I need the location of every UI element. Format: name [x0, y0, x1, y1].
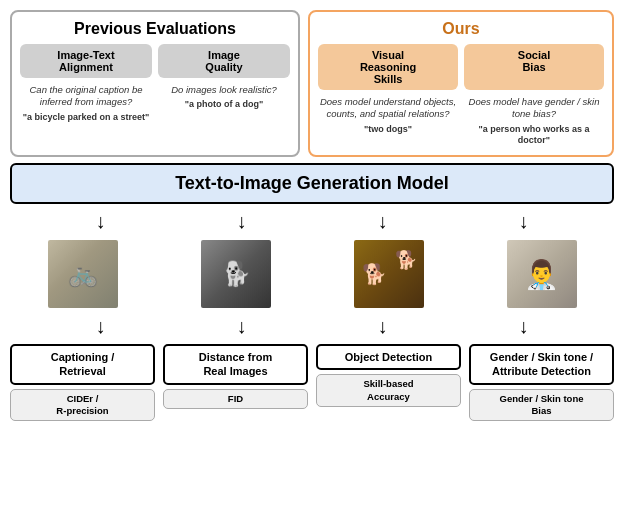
metric-col-4: Gender / Skin tone / Attribute Detection…	[469, 344, 614, 421]
badge-image-text-align: Image-Text Alignment	[20, 44, 152, 78]
arrow-6: ↓	[237, 315, 247, 338]
prev-eval-desc-2: Do images look realistic? "a photo of a …	[158, 84, 290, 123]
prev-eval-box: Previous Evaluations Image-Text Alignmen…	[10, 10, 300, 157]
arrows-row-1: ↓ ↓ ↓ ↓	[10, 210, 614, 233]
ours-desc-1: Does model understand objects, counts, a…	[318, 96, 458, 147]
prev-eval-desc-1: Can the original caption be inferred fro…	[20, 84, 152, 123]
sub-badge-4: Gender / Skin tone Bias	[469, 389, 614, 422]
metric-col-2: Distance from Real Images FID	[163, 344, 308, 421]
image-doctor	[507, 240, 577, 308]
ours-ex1: "two dogs"	[318, 124, 458, 136]
arrow-7: ↓	[378, 315, 388, 338]
arrow-5: ↓	[96, 315, 106, 338]
badge-image-quality: Image Quality	[158, 44, 290, 78]
main-container: Previous Evaluations Image-Text Alignmen…	[0, 0, 624, 514]
ours-badges: Visual Reasoning Skills Social Bias	[318, 44, 604, 90]
prev-eval-q1: Can the original caption be inferred fro…	[20, 84, 152, 109]
sub-badge-2: FID	[163, 389, 308, 409]
metric-badge-2: Distance from Real Images	[163, 344, 308, 385]
prev-eval-q2: Do images look realistic?	[158, 84, 290, 96]
prev-eval-ex1: "a bicycle parked on a street"	[20, 112, 152, 124]
ours-desc-2: Does model have gender / skin tone bias?…	[464, 96, 604, 147]
ours-descs: Does model understand objects, counts, a…	[318, 96, 604, 147]
ours-box: Ours Visual Reasoning Skills Social Bias…	[308, 10, 614, 157]
img-slot-3	[316, 239, 461, 309]
prev-eval-descs: Can the original caption be inferred fro…	[20, 84, 290, 123]
arrow-3: ↓	[378, 210, 388, 233]
metric-col-1: Captioning / Retrieval CIDEr / R-precisi…	[10, 344, 155, 421]
top-section: Previous Evaluations Image-Text Alignmen…	[10, 10, 614, 157]
badge-social-bias: Social Bias	[464, 44, 604, 90]
metric-badge-3: Object Detection	[316, 344, 461, 370]
img-slot-2	[163, 239, 308, 309]
arrow-1: ↓	[96, 210, 106, 233]
metric-badge-1: Captioning / Retrieval	[10, 344, 155, 385]
image-two-dogs	[354, 240, 424, 308]
t2i-box: Text-to-Image Generation Model	[10, 163, 614, 204]
prev-eval-badges: Image-Text Alignment Image Quality	[20, 44, 290, 78]
prev-eval-ex2: "a photo of a dog"	[158, 99, 290, 111]
image-dog-bw	[201, 240, 271, 308]
bottom-labels-row: Captioning / Retrieval CIDEr / R-precisi…	[10, 344, 614, 421]
img-slot-1	[10, 239, 155, 309]
ours-ex2: "a person who works as a doctor"	[464, 124, 604, 147]
badge-visual-reasoning: Visual Reasoning Skills	[318, 44, 458, 90]
sub-badge-1: CIDEr / R-precision	[10, 389, 155, 422]
ours-q2: Does model have gender / skin tone bias?	[464, 96, 604, 121]
metric-badge-4: Gender / Skin tone / Attribute Detection	[469, 344, 614, 385]
img-slot-4	[469, 239, 614, 309]
arrow-2: ↓	[237, 210, 247, 233]
image-bicycle	[48, 240, 118, 308]
ours-q1: Does model understand objects, counts, a…	[318, 96, 458, 121]
ours-title: Ours	[318, 20, 604, 38]
arrow-8: ↓	[519, 315, 529, 338]
arrows-row-2: ↓ ↓ ↓ ↓	[10, 315, 614, 338]
prev-eval-title: Previous Evaluations	[20, 20, 290, 38]
metric-col-3: Object Detection Skill-based Accuracy	[316, 344, 461, 421]
arrow-4: ↓	[519, 210, 529, 233]
images-row	[10, 239, 614, 309]
sub-badge-3: Skill-based Accuracy	[316, 374, 461, 407]
